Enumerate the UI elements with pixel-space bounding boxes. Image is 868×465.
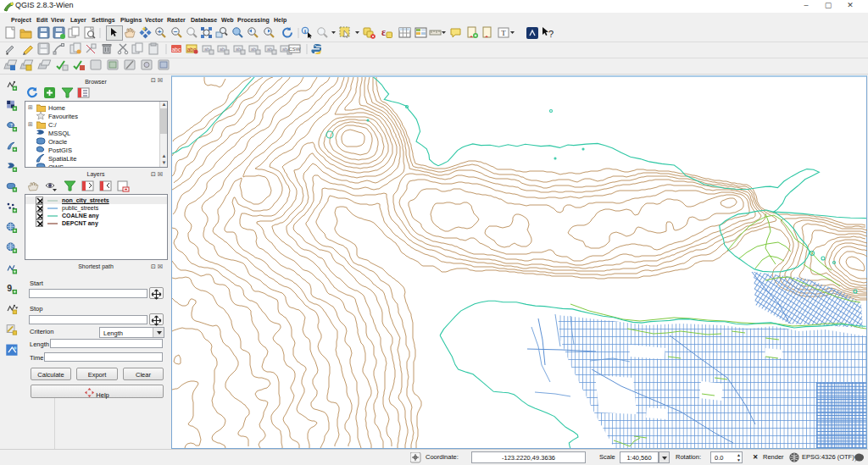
svg-text:ε: ε [381,26,386,38]
svg-text:ab: ab [220,47,225,52]
svg-text:ab: ab [251,47,256,52]
svg-text:ab: ab [204,47,209,52]
svg-text:ab: ab [236,47,241,52]
svg-text:−: − [174,28,178,36]
svg-text:T: T [501,29,506,37]
svg-text:abc: abc [172,47,181,53]
svg-text:i: i [304,28,306,35]
svg-text:?: ? [548,29,554,39]
svg-text:ab: ab [282,47,287,52]
svg-text:CSW: CSW [289,47,301,52]
svg-text:+: + [158,28,162,36]
svg-text:ab: ab [267,47,272,52]
